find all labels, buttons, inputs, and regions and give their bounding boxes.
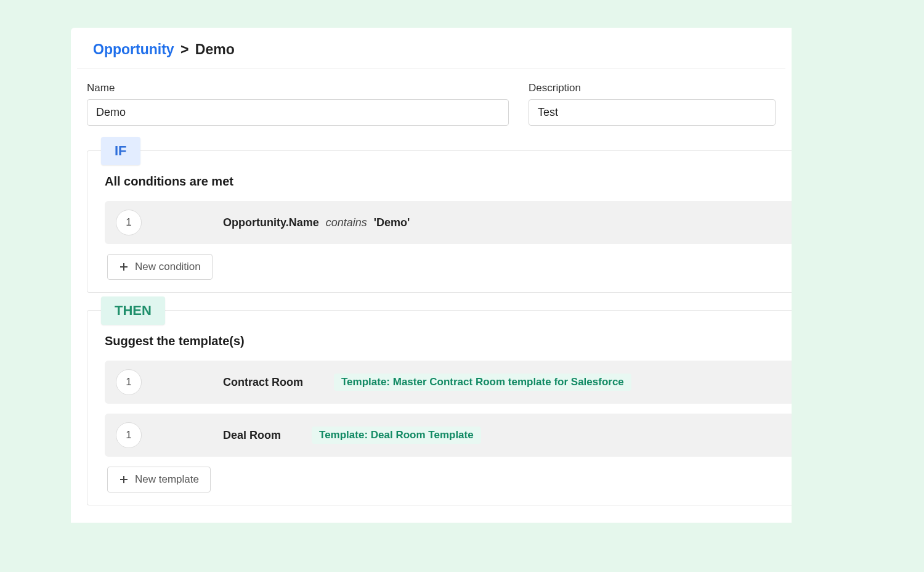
then-chip: THEN — [101, 296, 165, 325]
condition-row[interactable]: 1 Opportunity.Name contains 'Demo' — [105, 201, 792, 244]
description-field-wrap: Description — [529, 82, 776, 126]
breadcrumb-separator: > — [178, 41, 191, 57]
name-input[interactable] — [87, 99, 509, 126]
rule-editor-card: Opportunity > Demo Name Description IF A… — [71, 28, 792, 523]
if-section: IF All conditions are met 1 Opportunity.… — [87, 150, 792, 293]
room-type-label: Contract Room — [223, 376, 303, 389]
room-type-label: Deal Room — [223, 429, 281, 442]
description-label: Description — [529, 82, 776, 94]
template-row[interactable]: 1 Contract Room Template: Master Contrac… — [105, 361, 792, 404]
name-field-wrap: Name — [87, 82, 509, 126]
breadcrumb-parent-link[interactable]: Opportunity — [93, 41, 174, 57]
then-title: Suggest the template(s) — [105, 334, 792, 348]
new-condition-button[interactable]: New condition — [107, 254, 213, 280]
condition-index: 1 — [116, 210, 142, 235]
new-template-label: New template — [135, 473, 199, 486]
template-index: 1 — [116, 422, 142, 448]
name-label: Name — [87, 82, 509, 94]
template-row[interactable]: 1 Deal Room Template: Deal Room Template — [105, 414, 792, 457]
template-pill: Template: Deal Room Template — [312, 427, 481, 444]
breadcrumb-current: Demo — [195, 41, 235, 57]
template-index: 1 — [116, 369, 142, 395]
condition-text: Opportunity.Name contains 'Demo' — [223, 216, 410, 229]
plus-icon — [119, 475, 129, 484]
breadcrumb: Opportunity > Demo — [77, 28, 785, 68]
plus-icon — [119, 262, 129, 272]
new-condition-label: New condition — [135, 261, 201, 273]
header-form: Name Description — [71, 68, 792, 138]
if-title: All conditions are met — [105, 174, 792, 189]
if-chip: IF — [101, 137, 140, 165]
then-section: THEN Suggest the template(s) 1 Contract … — [87, 310, 792, 505]
condition-operator: contains — [322, 216, 371, 229]
condition-value: 'Demo' — [374, 216, 410, 229]
template-pill: Template: Master Contract Room template … — [334, 374, 631, 391]
description-input[interactable] — [529, 99, 776, 126]
condition-field: Opportunity.Name — [223, 216, 319, 229]
new-template-button[interactable]: New template — [107, 467, 211, 492]
